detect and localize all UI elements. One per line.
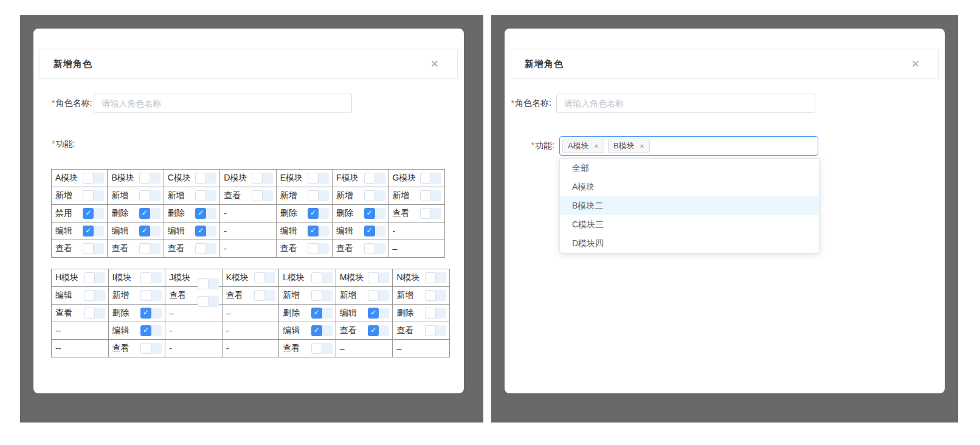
perm-cell: 新增 (52, 187, 108, 205)
permission-checkbox[interactable] (83, 173, 104, 184)
permission-checkbox[interactable]: ✓ (139, 226, 160, 236)
permission-checkbox[interactable] (425, 290, 446, 301)
permission-checkbox[interactable] (195, 190, 216, 201)
permission-checkbox[interactable] (195, 173, 216, 184)
permission-checkbox[interactable] (364, 173, 385, 184)
permission-checkbox[interactable] (139, 173, 160, 184)
perm-name: - (393, 226, 396, 236)
permission-checkbox[interactable] (198, 296, 219, 307)
permission-checkbox[interactable]: ✓ (308, 208, 329, 219)
perm-cell: 查看 (164, 240, 219, 258)
permission-checkbox[interactable]: ✓ (368, 308, 389, 319)
permission-checkbox[interactable] (311, 343, 333, 354)
permission-checkbox[interactable]: ✓ (139, 208, 160, 219)
selected-tag: B模块✕ (608, 139, 650, 153)
permission-checkbox[interactable] (425, 325, 446, 336)
perm-cell: 新增 (336, 287, 393, 305)
permission-checkbox[interactable] (84, 290, 105, 301)
permission-checkbox[interactable] (420, 208, 441, 219)
permission-checkbox[interactable]: ✓ (364, 226, 385, 236)
module-header-cell: B模块 (108, 170, 164, 187)
perm-cell: 新增 (108, 287, 165, 305)
perm-cell: 新增 (276, 187, 332, 205)
permission-checkbox[interactable]: ✓ (308, 226, 329, 236)
permission-checkbox[interactable] (140, 290, 162, 301)
module-header-cell: G模块 (388, 170, 444, 187)
permission-checkbox[interactable] (140, 272, 162, 283)
permission-checkbox[interactable] (83, 190, 104, 201)
permission-checkbox[interactable] (83, 243, 104, 254)
feature-row: *功能: A模块✕B模块✕ (505, 136, 818, 156)
permission-checkbox[interactable] (364, 243, 385, 254)
perm-cell: – (393, 340, 450, 357)
permission-checkbox[interactable]: ✓ (140, 325, 162, 336)
perm-cell: 编辑✓ (279, 322, 336, 340)
checkbox-unchecked-icon (84, 290, 95, 301)
permission-checkbox[interactable] (254, 272, 275, 283)
permission-checkbox[interactable] (195, 243, 216, 254)
permission-checkbox[interactable] (311, 272, 333, 283)
tag-label: A模块 (568, 140, 589, 151)
role-name-input[interactable] (556, 94, 815, 113)
permission-checkbox[interactable]: ✓ (311, 325, 333, 336)
role-name-label: *角色名称: (52, 98, 92, 109)
permission-checkbox[interactable] (252, 173, 273, 184)
permission-checkbox[interactable] (425, 308, 446, 319)
permission-checkbox[interactable] (252, 190, 273, 201)
checkbox-unchecked-icon (311, 272, 322, 283)
permission-checkbox[interactable] (420, 190, 441, 201)
checkbox-unchecked-icon (254, 272, 265, 283)
perm-cell: 查看 (393, 322, 450, 340)
permission-checkbox[interactable]: ✓ (195, 226, 216, 236)
tag-remove-icon[interactable]: ✕ (594, 143, 599, 150)
permission-checkbox[interactable] (308, 243, 329, 254)
dropdown-option[interactable]: 全部 (560, 159, 819, 178)
feature-label-text: 功能: (535, 140, 554, 150)
checkbox-unchecked-icon (252, 190, 263, 201)
permission-checkbox[interactable] (139, 243, 160, 254)
permission-checkbox[interactable]: ✓ (368, 325, 389, 336)
permission-checkbox[interactable] (368, 272, 389, 283)
permission-checkbox[interactable] (420, 173, 441, 184)
permission-checkbox[interactable] (308, 173, 329, 184)
checkbox-checked-icon: ✓ (311, 308, 322, 319)
permission-checkbox[interactable] (364, 190, 385, 201)
permission-checkbox[interactable] (425, 272, 446, 283)
dropdown-option[interactable]: B模块二 (560, 196, 819, 215)
permission-checkbox[interactable] (140, 343, 162, 354)
permission-checkbox[interactable] (311, 290, 333, 301)
feature-multiselect[interactable]: A模块✕B模块✕ (559, 136, 818, 156)
permission-checkbox[interactable]: ✓ (311, 308, 333, 319)
permission-checkbox[interactable] (368, 290, 389, 301)
dropdown-option[interactable]: D模块四 (560, 234, 819, 253)
permission-checkbox[interactable] (84, 308, 105, 319)
checkbox-checked-icon: ✓ (364, 226, 375, 236)
perm-name: 编辑 (280, 226, 297, 236)
permission-checkbox[interactable] (198, 278, 219, 289)
close-icon[interactable]: ✕ (911, 59, 920, 69)
permission-checkbox[interactable]: ✓ (364, 208, 385, 219)
checkbox-unchecked-icon (364, 190, 375, 201)
dropdown-option[interactable]: A模块 (560, 178, 819, 196)
perm-cell: 新增 (279, 287, 336, 305)
permission-checkbox[interactable] (254, 290, 275, 301)
permission-checkbox[interactable]: ✓ (83, 226, 104, 236)
role-name-row: *角色名称: (505, 94, 815, 113)
tag-remove-icon[interactable]: ✕ (640, 143, 644, 150)
perm-cell: 删除✓ (108, 205, 164, 222)
role-name-input[interactable] (94, 94, 352, 113)
permission-checkbox[interactable]: ✓ (195, 208, 216, 219)
permission-checkbox[interactable] (139, 190, 160, 201)
checkbox-unchecked-icon (425, 272, 436, 283)
close-icon[interactable]: ✕ (430, 59, 439, 69)
perm-cell: 删除 (393, 305, 450, 322)
checkbox-unchecked-icon (83, 190, 94, 201)
permission-checkbox[interactable] (308, 190, 329, 201)
module-header-cell: H模块 (52, 269, 109, 287)
perm-name: 编辑 (340, 308, 357, 319)
dropdown-option[interactable]: C模块三 (560, 215, 819, 234)
permission-checkbox[interactable]: ✓ (83, 208, 104, 219)
permission-checkbox[interactable]: ✓ (140, 308, 162, 319)
perm-cell: – (222, 305, 279, 322)
permission-checkbox[interactable] (84, 272, 105, 283)
